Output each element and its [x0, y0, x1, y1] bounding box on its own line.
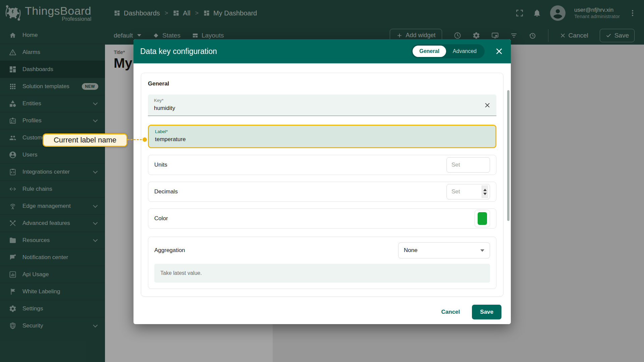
cancel-button[interactable]: Cancel — [441, 309, 460, 315]
app-root: ThingsBoard Professional HomeAlarmsDashb… — [0, 0, 644, 362]
color-picker-button[interactable] — [475, 210, 490, 227]
decimals-stepper[interactable] — [482, 185, 488, 198]
dialog-footer: Cancel Save — [133, 303, 511, 324]
aggregation-card: Aggregation None Take latest value. — [148, 237, 496, 289]
section-title: General — [148, 80, 496, 87]
annotation-tooltip: Current label name — [43, 133, 127, 147]
label-field[interactable]: Label* temperature — [148, 125, 496, 148]
dialog-body: General Key* humidity Label* temperature… — [133, 63, 511, 324]
key-field-value[interactable]: humidity — [154, 105, 490, 112]
color-swatch[interactable] — [478, 212, 487, 225]
units-label: Units — [154, 162, 167, 168]
color-label: Color — [154, 215, 168, 222]
aggregation-value: None — [404, 247, 480, 254]
decimals-placeholder: Set — [451, 188, 482, 195]
dialog-title: Data key configuration — [140, 47, 403, 56]
units-input[interactable]: Set — [446, 157, 490, 173]
save-button[interactable]: Save — [472, 305, 501, 319]
units-placeholder: Set — [451, 162, 488, 168]
tab-advanced[interactable]: Advanced — [446, 46, 483, 57]
general-section-card: General Key* humidity Label* temperature… — [141, 73, 503, 297]
label-field-label: Label* — [155, 129, 489, 134]
chevron-down-icon — [480, 249, 484, 252]
dialog-tabs: General Advanced — [411, 44, 485, 58]
decimals-input[interactable]: Set — [446, 184, 490, 199]
tab-general[interactable]: General — [413, 46, 446, 57]
label-field-value[interactable]: temperature — [155, 136, 489, 143]
color-row: Color — [148, 208, 496, 229]
aggregation-row: Aggregation None — [154, 242, 490, 259]
aggregation-select[interactable]: None — [398, 242, 490, 258]
decimals-row: Decimals Set — [148, 182, 496, 202]
aggregation-hint: Take latest value. — [154, 264, 490, 283]
dialog-scrollbar[interactable] — [507, 90, 509, 221]
key-field[interactable]: Key* humidity — [148, 95, 496, 116]
stepper-down-icon[interactable] — [483, 193, 487, 195]
annotation-dot — [143, 137, 147, 142]
decimals-label: Decimals — [154, 188, 178, 195]
close-icon[interactable] — [495, 47, 503, 56]
stepper-up-icon[interactable] — [483, 189, 487, 191]
aggregation-label: Aggregation — [154, 247, 185, 254]
key-field-label: Key* — [154, 98, 490, 103]
units-row: Units Set — [148, 155, 496, 175]
clear-key-icon[interactable] — [484, 102, 491, 109]
dialog-header: Data key configuration General Advanced — [133, 39, 511, 63]
data-key-config-dialog: Data key configuration General Advanced … — [133, 39, 511, 324]
